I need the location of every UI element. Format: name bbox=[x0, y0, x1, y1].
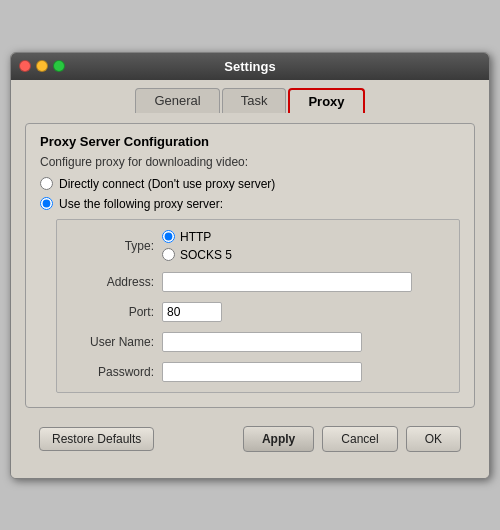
minimize-button[interactable] bbox=[36, 60, 48, 72]
type-label: Type: bbox=[69, 239, 154, 253]
content-area: Proxy Server Configuration Configure pro… bbox=[11, 113, 489, 478]
ok-button[interactable]: OK bbox=[406, 426, 461, 452]
tab-task[interactable]: Task bbox=[222, 88, 287, 113]
group-desc: Configure proxy for downloading video: bbox=[40, 155, 460, 169]
password-input[interactable] bbox=[162, 362, 362, 382]
tab-proxy[interactable]: Proxy bbox=[288, 88, 364, 113]
close-button[interactable] bbox=[19, 60, 31, 72]
action-buttons: Apply Cancel OK bbox=[243, 426, 461, 452]
address-label: Address: bbox=[69, 275, 154, 289]
socks5-radio-row: SOCKS 5 bbox=[162, 248, 232, 262]
title-bar: Settings bbox=[11, 53, 489, 80]
settings-window: Settings General Task Proxy Proxy Server… bbox=[10, 52, 490, 479]
proxy-fields-box: Type: HTTP SOCKS 5 Address: bbox=[56, 219, 460, 393]
port-label: Port: bbox=[69, 305, 154, 319]
radio-socks5[interactable] bbox=[162, 248, 175, 261]
cancel-button[interactable]: Cancel bbox=[322, 426, 397, 452]
radio-direct-label[interactable]: Directly connect (Don't use proxy server… bbox=[59, 177, 275, 191]
proxy-group-box: Proxy Server Configuration Configure pro… bbox=[25, 123, 475, 408]
window-title: Settings bbox=[19, 59, 481, 74]
tab-bar: General Task Proxy bbox=[11, 80, 489, 113]
password-field-row: Password: bbox=[69, 362, 447, 382]
window-controls bbox=[19, 60, 65, 72]
username-label: User Name: bbox=[69, 335, 154, 349]
username-field-row: User Name: bbox=[69, 332, 447, 352]
address-input[interactable] bbox=[162, 272, 412, 292]
address-field-row: Address: bbox=[69, 272, 447, 292]
port-input[interactable] bbox=[162, 302, 222, 322]
password-label: Password: bbox=[69, 365, 154, 379]
restore-defaults-button[interactable]: Restore Defaults bbox=[39, 427, 154, 451]
radio-use-label[interactable]: Use the following proxy server: bbox=[59, 197, 223, 211]
radio-http-label[interactable]: HTTP bbox=[180, 230, 211, 244]
username-input[interactable] bbox=[162, 332, 362, 352]
bottom-bar: Restore Defaults Apply Cancel OK bbox=[25, 418, 475, 464]
radio-direct-row: Directly connect (Don't use proxy server… bbox=[40, 177, 460, 191]
port-field-row: Port: bbox=[69, 302, 447, 322]
radio-http[interactable] bbox=[162, 230, 175, 243]
radio-use-row: Use the following proxy server: bbox=[40, 197, 460, 211]
tab-general[interactable]: General bbox=[135, 88, 219, 113]
type-options: HTTP SOCKS 5 bbox=[162, 230, 232, 262]
maximize-button[interactable] bbox=[53, 60, 65, 72]
radio-socks5-label[interactable]: SOCKS 5 bbox=[180, 248, 232, 262]
radio-direct[interactable] bbox=[40, 177, 53, 190]
type-field-row: Type: HTTP SOCKS 5 bbox=[69, 230, 447, 262]
apply-button[interactable]: Apply bbox=[243, 426, 314, 452]
http-radio-row: HTTP bbox=[162, 230, 232, 244]
group-title: Proxy Server Configuration bbox=[40, 134, 460, 149]
radio-use-proxy[interactable] bbox=[40, 197, 53, 210]
